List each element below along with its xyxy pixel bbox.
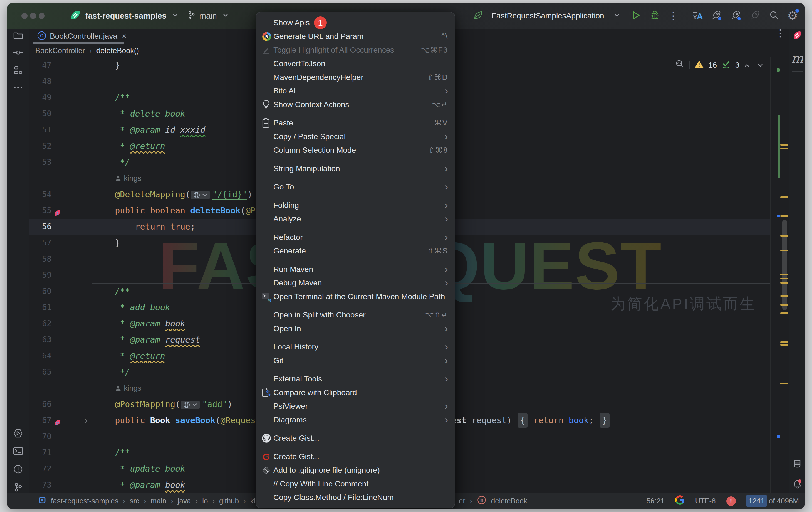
line-number[interactable]: 67 <box>29 412 52 429</box>
stripe-mark-greenbar[interactable] <box>778 115 780 178</box>
folded-brace[interactable]: } <box>600 413 610 428</box>
line-number[interactable]: 62 <box>29 316 52 332</box>
breadcrumb-class[interactable]: BookController <box>35 47 85 55</box>
prev-problem-chevron-icon[interactable] <box>744 61 750 70</box>
path-segment[interactable]: io <box>202 497 208 505</box>
menu-item-analyze[interactable]: Analyze› <box>256 212 455 226</box>
menu-item-copy-paste-special[interactable]: Copy / Paste Special› <box>256 130 455 143</box>
stripe-mark-warn[interactable] <box>780 344 788 346</box>
stripe-mark-warn[interactable] <box>780 304 788 305</box>
line-number[interactable]: 48 <box>29 74 52 89</box>
code-text[interactable]: * update book <box>95 461 185 477</box>
menu-item-paste[interactable]: Paste⌘V <box>256 116 455 130</box>
code-text[interactable]: /** <box>95 89 130 106</box>
code-text[interactable]: @DeleteMapping("/{id}") <box>95 186 253 203</box>
traffic-lights[interactable] <box>21 13 45 19</box>
warning-count[interactable]: 16 <box>708 61 717 70</box>
menu-item-go-to[interactable]: Go To› <box>256 180 455 194</box>
menu-item-git[interactable]: Git› <box>256 354 455 367</box>
code-text[interactable]: */ <box>95 154 130 170</box>
menu-item-generate-url-and-param[interactable]: RGenerate URL and Param^\ <box>256 29 455 43</box>
line-number[interactable]: 64 <box>29 348 52 364</box>
code-text[interactable]: kings <box>95 170 141 187</box>
project-tool-icon[interactable] <box>13 31 23 41</box>
menu-item-mavendependencyhelper[interactable]: MavenDependencyHelper⇧⌘D <box>256 71 455 84</box>
menu-item-converttojson[interactable]: ConvertToJson <box>256 57 455 71</box>
search-everywhere-button[interactable] <box>769 10 780 22</box>
build-tool-icon[interactable] <box>792 459 802 470</box>
status-path[interactable]: fast-request-samples›src›main›java›io›gi… <box>51 497 258 505</box>
menu-item-local-history[interactable]: Local History› <box>256 340 455 354</box>
error-indicator[interactable]: ! <box>726 496 736 506</box>
file-encoding[interactable]: UTF-8 <box>695 497 716 505</box>
line-number[interactable]: 53 <box>29 154 52 170</box>
structure-tool-icon[interactable] <box>13 65 23 76</box>
stripe-mark-blue[interactable] <box>777 215 780 217</box>
inspections-widget[interactable]: 16 3 <box>675 59 763 71</box>
code-text[interactable]: * delete book <box>95 106 185 122</box>
error-stripe[interactable] <box>770 57 789 492</box>
path-segment[interactable]: java <box>178 497 191 505</box>
line-number[interactable]: 49 <box>29 89 52 106</box>
project-selector[interactable]: fast-request-samples <box>85 11 167 21</box>
menu-item-copy-class-method-file-linenum[interactable]: Copy Class.Method / File:LineNum <box>256 491 455 504</box>
run-configuration-selector[interactable]: FastRequestSamplesApplication <box>492 11 604 20</box>
menu-item-folding[interactable]: Folding› <box>256 198 455 212</box>
more-tools-icon[interactable] <box>13 85 23 90</box>
menu-item-debug-maven[interactable]: Debug Maven› <box>256 276 455 290</box>
line-number[interactable]: 60 <box>29 283 52 299</box>
menu-item-show-context-actions[interactable]: Show Context Actions⌥↵ <box>256 98 455 111</box>
line-number[interactable]: 58 <box>29 251 52 267</box>
breadcrumb-method[interactable]: deleteBook() <box>96 47 139 55</box>
line-number[interactable]: 50 <box>29 106 52 122</box>
line-number[interactable]: 51 <box>29 122 52 138</box>
code-text[interactable]: * @param id xxxid <box>95 122 205 138</box>
stripe-mark-warn[interactable] <box>780 144 788 145</box>
problems-tool-icon[interactable] <box>13 464 23 475</box>
status-method[interactable]: deleteBook <box>491 497 527 505</box>
menu-item-copy-with-line-comment[interactable]: // Copy With Line Comment <box>256 477 455 491</box>
scrollbar-thumb[interactable] <box>782 220 787 310</box>
code-text[interactable]: /** <box>95 283 130 299</box>
caret-position[interactable]: 56:21 <box>646 497 665 505</box>
code-text[interactable]: } <box>95 57 120 74</box>
line-number[interactable]: 54 <box>29 186 52 203</box>
fast-request-toolbar-icon-2[interactable] <box>730 9 742 22</box>
path-segment[interactable]: main <box>151 497 166 505</box>
commit-tool-icon[interactable] <box>13 48 23 58</box>
globe-mapping-icon[interactable] <box>191 191 210 199</box>
debug-button[interactable] <box>649 10 661 22</box>
menu-item-add-to-gitignore-file-unignore[interactable]: Add to .gitignore file (unignore) <box>256 463 455 477</box>
menu-item-generate[interactable]: Generate...⇧⌘S <box>256 244 455 258</box>
stripe-mark-warn[interactable] <box>780 235 788 237</box>
menu-item-bito-ai[interactable]: Bito AI› <box>256 84 455 98</box>
memory-indicator[interactable]: 1241 of 4096M <box>746 497 799 505</box>
terminal-tool-icon[interactable] <box>13 446 23 457</box>
notifications-bell-icon[interactable] <box>791 478 803 491</box>
stripe-mark-warn[interactable] <box>780 342 788 343</box>
code-text[interactable]: @PostMapping("add") <box>95 396 232 412</box>
menu-item-refactor[interactable]: Refactor› <box>256 231 455 244</box>
line-number[interactable]: 66 <box>29 396 52 412</box>
stripe-mark-warn[interactable] <box>780 383 788 384</box>
code-text[interactable]: */ <box>95 364 130 380</box>
stripe-mark-warn[interactable] <box>780 295 788 297</box>
menu-item-external-tools[interactable]: External Tools› <box>256 372 455 386</box>
code-text[interactable]: * @param book <box>95 316 185 332</box>
path-segment[interactable]: github <box>219 497 239 505</box>
menu-item-create-gist[interactable]: GCreate Gist... <box>256 450 455 463</box>
line-number[interactable]: 61 <box>29 299 52 316</box>
menu-item-open-terminal-at-the-current-maven-module-path[interactable]: mOpen Terminal at the Current Maven Modu… <box>256 290 455 303</box>
zoom-window-icon[interactable] <box>39 13 45 19</box>
code-text[interactable]: } <box>95 235 120 251</box>
menu-item-run-maven[interactable]: Run Maven› <box>256 262 455 276</box>
menu-item-create-gist[interactable]: Create Gist... <box>256 431 455 445</box>
editor-options-button[interactable]: ⋮ <box>775 31 785 36</box>
line-number[interactable]: 52 <box>29 138 52 154</box>
fold-arrow-icon[interactable]: › <box>83 412 89 429</box>
stripe-mark-greensq[interactable] <box>777 69 780 72</box>
menu-item-show-apis[interactable]: Show Apis1 <box>256 16 455 29</box>
menu-item-open-in-split-with-chooser[interactable]: Open in Split with Chooser...⌥⇧↵ <box>256 308 455 322</box>
stripe-mark-warn[interactable] <box>780 196 788 198</box>
close-tab-icon[interactable]: × <box>121 31 127 41</box>
